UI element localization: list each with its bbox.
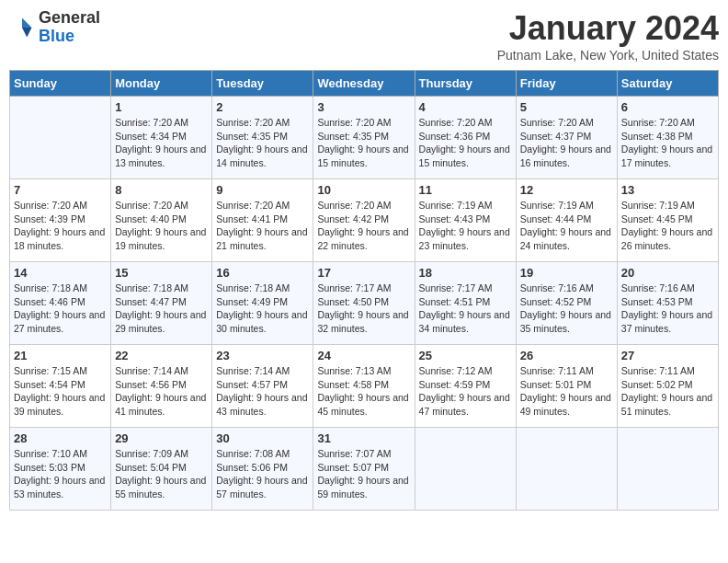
calendar-cell: 13 Sunrise: 7:19 AM Sunset: 4:45 PM Dayl… bbox=[617, 179, 718, 262]
cell-info: Sunrise: 7:19 AM Sunset: 4:43 PM Dayligh… bbox=[419, 199, 512, 253]
sunrise: Sunrise: 7:20 AM bbox=[216, 117, 290, 128]
day-number: 3 bbox=[317, 100, 410, 114]
daylight: Daylight: 9 hours and 32 minutes. bbox=[317, 309, 408, 334]
calendar-cell bbox=[415, 428, 516, 511]
sunrise: Sunrise: 7:20 AM bbox=[14, 200, 87, 211]
sunset: Sunset: 4:47 PM bbox=[115, 296, 187, 307]
sunset: Sunset: 5:04 PM bbox=[115, 462, 187, 473]
daylight: Daylight: 9 hours and 30 minutes. bbox=[216, 309, 307, 334]
sunset: Sunset: 4:35 PM bbox=[216, 131, 288, 142]
calendar-cell: 3 Sunrise: 7:20 AM Sunset: 4:35 PM Dayli… bbox=[313, 97, 415, 179]
day-number: 21 bbox=[14, 349, 107, 362]
sunrise: Sunrise: 7:20 AM bbox=[216, 200, 290, 211]
calendar-cell bbox=[516, 428, 617, 511]
week-row-4: 21 Sunrise: 7:15 AM Sunset: 4:54 PM Dayl… bbox=[10, 345, 719, 428]
sunset: Sunset: 4:41 PM bbox=[216, 213, 288, 224]
logo-icon bbox=[9, 15, 35, 40]
cell-info: Sunrise: 7:10 AM Sunset: 5:03 PM Dayligh… bbox=[14, 447, 107, 501]
cell-info: Sunrise: 7:20 AM Sunset: 4:42 PM Dayligh… bbox=[317, 199, 410, 253]
daylight: Daylight: 9 hours and 37 minutes. bbox=[621, 309, 712, 334]
sunrise: Sunrise: 7:19 AM bbox=[520, 200, 594, 211]
daylight: Daylight: 9 hours and 29 minutes. bbox=[115, 309, 206, 334]
calendar-cell: 6 Sunrise: 7:20 AM Sunset: 4:38 PM Dayli… bbox=[617, 97, 718, 179]
sunset: Sunset: 5:01 PM bbox=[520, 379, 592, 390]
cell-info: Sunrise: 7:19 AM Sunset: 4:45 PM Dayligh… bbox=[621, 199, 714, 253]
day-number: 11 bbox=[419, 183, 512, 197]
daylight: Daylight: 9 hours and 18 minutes. bbox=[14, 226, 105, 251]
calendar-cell: 15 Sunrise: 7:18 AM Sunset: 4:47 PM Dayl… bbox=[111, 262, 212, 345]
sunset: Sunset: 4:54 PM bbox=[14, 379, 85, 390]
day-number: 7 bbox=[14, 183, 107, 197]
cell-info: Sunrise: 7:16 AM Sunset: 4:52 PM Dayligh… bbox=[520, 282, 613, 336]
week-row-3: 14 Sunrise: 7:18 AM Sunset: 4:46 PM Dayl… bbox=[10, 262, 719, 345]
sunset: Sunset: 4:44 PM bbox=[520, 213, 592, 224]
week-row-5: 28 Sunrise: 7:10 AM Sunset: 5:03 PM Dayl… bbox=[10, 428, 719, 511]
day-number: 23 bbox=[216, 349, 309, 362]
calendar-cell: 16 Sunrise: 7:18 AM Sunset: 4:49 PM Dayl… bbox=[212, 262, 313, 345]
daylight: Daylight: 9 hours and 59 minutes. bbox=[317, 475, 408, 500]
sunset: Sunset: 4:46 PM bbox=[14, 296, 85, 307]
day-number: 30 bbox=[216, 431, 309, 445]
cell-info: Sunrise: 7:20 AM Sunset: 4:40 PM Dayligh… bbox=[115, 199, 208, 253]
calendar-cell: 23 Sunrise: 7:14 AM Sunset: 4:57 PM Dayl… bbox=[212, 345, 313, 428]
sunset: Sunset: 4:40 PM bbox=[115, 213, 187, 224]
daylight: Daylight: 9 hours and 14 minutes. bbox=[216, 144, 307, 168]
day-number: 19 bbox=[520, 266, 613, 280]
sunrise: Sunrise: 7:15 AM bbox=[14, 365, 87, 376]
daylight: Daylight: 9 hours and 23 minutes. bbox=[419, 226, 510, 251]
daylight: Daylight: 9 hours and 26 minutes. bbox=[621, 226, 712, 251]
sunrise: Sunrise: 7:14 AM bbox=[115, 365, 188, 376]
day-number: 29 bbox=[115, 431, 208, 445]
sunrise: Sunrise: 7:09 AM bbox=[115, 448, 188, 459]
cell-info: Sunrise: 7:20 AM Sunset: 4:41 PM Dayligh… bbox=[216, 199, 309, 253]
calendar-cell: 7 Sunrise: 7:20 AM Sunset: 4:39 PM Dayli… bbox=[10, 179, 111, 262]
daylight: Daylight: 9 hours and 22 minutes. bbox=[317, 226, 408, 251]
daylight: Daylight: 9 hours and 27 minutes. bbox=[14, 309, 105, 334]
day-number: 16 bbox=[216, 266, 309, 280]
sunset: Sunset: 4:59 PM bbox=[419, 379, 491, 390]
daylight: Daylight: 9 hours and 49 minutes. bbox=[520, 392, 611, 417]
daylight: Daylight: 9 hours and 41 minutes. bbox=[115, 392, 206, 417]
cell-info: Sunrise: 7:17 AM Sunset: 4:50 PM Dayligh… bbox=[317, 282, 410, 336]
calendar-cell: 8 Sunrise: 7:20 AM Sunset: 4:40 PM Dayli… bbox=[111, 179, 212, 262]
sunset: Sunset: 4:51 PM bbox=[419, 296, 491, 307]
sunrise: Sunrise: 7:20 AM bbox=[317, 117, 391, 128]
cell-info: Sunrise: 7:13 AM Sunset: 4:58 PM Dayligh… bbox=[317, 364, 410, 419]
day-number: 12 bbox=[520, 183, 613, 197]
sunrise: Sunrise: 7:18 AM bbox=[14, 282, 87, 293]
calendar-cell: 14 Sunrise: 7:18 AM Sunset: 4:46 PM Dayl… bbox=[10, 262, 111, 345]
sunrise: Sunrise: 7:10 AM bbox=[14, 448, 87, 459]
sunset: Sunset: 4:43 PM bbox=[419, 213, 491, 224]
daylight: Daylight: 9 hours and 34 minutes. bbox=[419, 309, 510, 334]
calendar-cell: 19 Sunrise: 7:16 AM Sunset: 4:52 PM Dayl… bbox=[516, 262, 617, 345]
sunrise: Sunrise: 7:20 AM bbox=[419, 117, 493, 128]
calendar-cell: 31 Sunrise: 7:07 AM Sunset: 5:07 PM Dayl… bbox=[313, 428, 415, 511]
cell-info: Sunrise: 7:14 AM Sunset: 4:57 PM Dayligh… bbox=[216, 364, 309, 419]
sunset: Sunset: 4:53 PM bbox=[621, 296, 693, 307]
calendar-cell: 4 Sunrise: 7:20 AM Sunset: 4:36 PM Dayli… bbox=[415, 97, 516, 179]
sunset: Sunset: 4:36 PM bbox=[419, 131, 491, 142]
weekday-header-wednesday: Wednesday bbox=[313, 71, 415, 97]
day-number: 5 bbox=[520, 100, 613, 114]
cell-info: Sunrise: 7:16 AM Sunset: 4:53 PM Dayligh… bbox=[621, 282, 714, 336]
sunrise: Sunrise: 7:11 AM bbox=[621, 365, 695, 376]
cell-info: Sunrise: 7:18 AM Sunset: 4:49 PM Dayligh… bbox=[216, 282, 309, 336]
week-row-1: 1 Sunrise: 7:20 AM Sunset: 4:34 PM Dayli… bbox=[10, 97, 719, 179]
title-block: January 2024 Putnam Lake, New York, Unit… bbox=[497, 9, 719, 63]
cell-info: Sunrise: 7:18 AM Sunset: 4:47 PM Dayligh… bbox=[115, 282, 208, 336]
sunrise: Sunrise: 7:14 AM bbox=[216, 365, 290, 376]
day-number: 10 bbox=[317, 183, 410, 197]
cell-info: Sunrise: 7:14 AM Sunset: 4:56 PM Dayligh… bbox=[115, 364, 208, 419]
sunset: Sunset: 4:34 PM bbox=[115, 131, 187, 142]
sunrise: Sunrise: 7:12 AM bbox=[419, 365, 493, 376]
calendar-cell: 22 Sunrise: 7:14 AM Sunset: 4:56 PM Dayl… bbox=[111, 345, 212, 428]
daylight: Daylight: 9 hours and 39 minutes. bbox=[14, 392, 105, 417]
sunset: Sunset: 4:38 PM bbox=[621, 131, 693, 142]
calendar-cell: 20 Sunrise: 7:16 AM Sunset: 4:53 PM Dayl… bbox=[617, 262, 718, 345]
calendar-cell: 18 Sunrise: 7:17 AM Sunset: 4:51 PM Dayl… bbox=[415, 262, 516, 345]
cell-info: Sunrise: 7:09 AM Sunset: 5:04 PM Dayligh… bbox=[115, 447, 208, 501]
weekday-header-sunday: Sunday bbox=[10, 71, 111, 97]
calendar-cell: 27 Sunrise: 7:11 AM Sunset: 5:02 PM Dayl… bbox=[617, 345, 718, 428]
calendar-cell: 25 Sunrise: 7:12 AM Sunset: 4:59 PM Dayl… bbox=[415, 345, 516, 428]
calendar-cell: 11 Sunrise: 7:19 AM Sunset: 4:43 PM Dayl… bbox=[415, 179, 516, 262]
